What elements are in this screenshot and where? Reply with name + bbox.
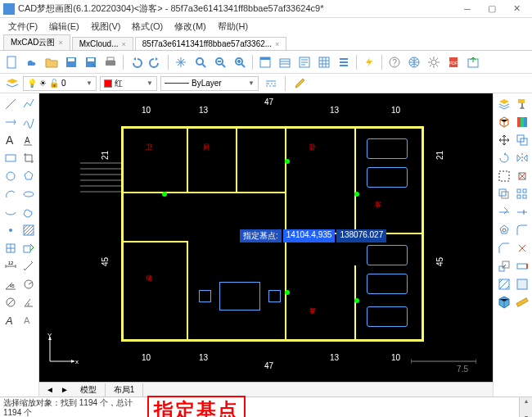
text-large-tool[interactable]: A [2,131,19,148]
menu-item[interactable]: 文件(F) [3,19,43,34]
array-tool[interactable] [513,185,530,202]
measure-ruler-tool[interactable] [513,293,530,310]
region-tool[interactable] [513,275,530,292]
close-tab-icon[interactable]: × [122,40,126,48]
grid-button[interactable] [315,53,333,71]
layer-dropdown[interactable]: 💡 ☀ 🔓 0 ▼ [23,76,97,91]
redo-button[interactable] [147,53,165,71]
polygon-tool[interactable] [20,167,37,184]
tab-next[interactable]: ► [57,385,72,394]
line-tool[interactable] [2,95,19,112]
pdf-button[interactable]: PDF [444,53,462,71]
text-small-tool[interactable]: A [20,131,37,148]
rectangle-tool[interactable] [2,149,19,166]
list-button[interactable] [335,53,353,71]
paint-format-button[interactable] [513,95,530,112]
dim-diameter-tool[interactable] [2,293,19,310]
save-as-button[interactable] [82,53,100,71]
menu-item[interactable]: 帮助(H) [213,19,253,34]
layers-panel-button[interactable] [495,95,512,112]
settings-button[interactable] [425,53,443,71]
save-button[interactable] [62,53,80,71]
mirror-tool[interactable] [513,149,530,166]
select-box-tool[interactable] [495,167,512,184]
document-tab[interactable]: MxCloud...× [72,37,133,50]
menu-item[interactable]: 视图(V) [86,19,126,34]
linetype-manager-button[interactable] [262,75,280,93]
layers-button[interactable] [276,53,294,71]
color-dropdown[interactable]: 红 ▼ [100,76,157,91]
ellipse-arc-tool[interactable] [2,203,19,220]
drawing-canvas[interactable]: 卫 厨 卧 客 储 餐 10 13 47 13 10 10 13 [39,93,493,382]
command-scrollbar[interactable]: ▴▾ [519,397,532,417]
tab-layout1[interactable]: 布局1 [106,383,144,397]
open-folder-button[interactable] [43,53,61,71]
export-button[interactable] [464,53,482,71]
pan-button[interactable] [172,53,190,71]
zoom-out-button[interactable] [211,53,229,71]
document-tab[interactable]: MxCAD云图× [3,34,70,50]
view-cube-button[interactable] [495,113,512,130]
text-annotation-tool[interactable]: A [20,311,37,329]
angle-45-tool[interactable]: 45 [2,275,19,292]
tab-prev[interactable]: ◄ [43,385,57,394]
bolt-button[interactable] [360,53,378,71]
menu-item[interactable]: 格式(O) [127,19,168,34]
polyline-tool[interactable] [20,95,37,112]
menu-item[interactable]: 编辑(E) [44,19,84,34]
extend-tool[interactable] [513,203,530,220]
hatch-edit-tool[interactable] [495,275,512,292]
globe-button[interactable] [405,53,423,71]
ray-tool[interactable] [2,113,19,130]
tab-model[interactable]: 模型 [72,383,106,397]
point-tool[interactable] [2,221,19,238]
dim-angular-tool[interactable] [20,293,37,310]
help-button[interactable]: ? [385,53,404,71]
fillet-tool[interactable] [513,221,530,238]
layer-manager-button[interactable] [3,75,21,93]
properties-button[interactable] [295,53,313,71]
command-area[interactable]: 选择缩放对象：找到 1194 个，总计 1194 个 指定基点 指定基点 ▴▾ [0,397,532,417]
explode-tool[interactable] [513,239,530,256]
text-style-tool[interactable]: A [2,311,19,329]
ellipse-tool[interactable] [20,185,37,202]
scale-tool[interactable] [495,257,512,274]
dim-radius-tool[interactable] [20,275,37,292]
block-tool[interactable] [2,239,19,256]
print-button[interactable] [101,53,119,71]
offset-tool[interactable] [495,185,512,202]
trim-tool[interactable] [495,203,512,220]
circle-tool[interactable] [2,167,19,184]
color-book-button[interactable] [513,113,530,130]
break-tool[interactable] [495,221,512,238]
copy-tool[interactable] [513,131,530,148]
nav-cube-button[interactable] [495,293,512,310]
spline-tool[interactable] [20,113,37,130]
maximize-button[interactable]: ▢ [480,1,504,17]
erase-tool[interactable] [513,167,530,184]
cloud-open-button[interactable] [23,53,41,71]
insert-tool[interactable] [20,239,37,256]
rotate-tool[interactable] [495,149,512,166]
linetype-dropdown[interactable]: ByLayer ▼ [160,76,259,91]
document-tab[interactable]: 85f7a3e6141341ff8bbae57af3362...× [135,37,287,50]
revcloud-tool[interactable] [20,203,37,220]
pencil-button[interactable] [291,75,309,93]
zoom-window-button[interactable] [192,53,210,71]
dim-aligned-tool[interactable] [20,257,37,274]
move-tool[interactable] [495,131,512,148]
stretch-tool[interactable] [513,257,530,274]
minimize-button[interactable]: ─ [455,1,480,17]
hatch-tool[interactable] [20,221,37,238]
new-file-button[interactable] [3,53,21,71]
close-tab-icon[interactable]: × [58,39,62,47]
zoom-in-button[interactable] [231,53,249,71]
crop-tool[interactable] [20,149,37,166]
undo-button[interactable] [127,53,145,71]
menu-item[interactable]: 修改(M) [169,19,211,34]
close-tab-icon[interactable]: × [275,40,279,48]
dimension-tool[interactable]: 12 [2,257,19,274]
window-button[interactable] [256,53,274,71]
chamfer-tool[interactable] [495,239,512,256]
close-button[interactable]: ✕ [504,1,529,17]
